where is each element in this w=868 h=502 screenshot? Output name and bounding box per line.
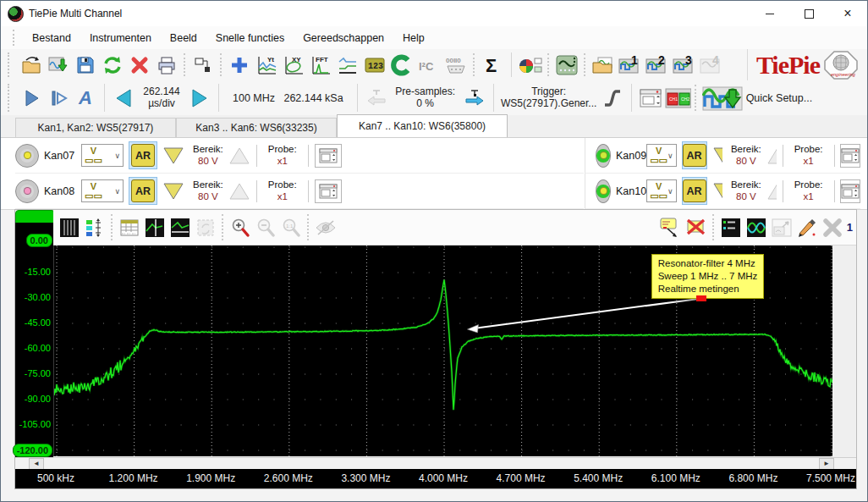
close-graph-button-disabled[interactable] — [820, 215, 845, 240]
minimize-button[interactable] — [750, 1, 789, 26]
toolbar-grip[interactable] — [8, 84, 13, 112]
delete-button[interactable] — [126, 52, 153, 78]
menu-bestand[interactable]: Bestand — [23, 26, 80, 49]
start-measurement-button[interactable] — [18, 86, 45, 111]
tab-kan3-kan6[interactable]: Kan3 .. Kan6: WS6(33235) — [176, 118, 337, 137]
zoom-in-button[interactable] — [228, 215, 253, 240]
autorange-button[interactable]: AR — [683, 179, 706, 202]
yt-graph-button[interactable]: Yt — [253, 52, 280, 78]
object-tree-button[interactable] — [190, 52, 217, 78]
refresh-button[interactable] — [99, 52, 126, 78]
range-down-button[interactable] — [162, 182, 184, 201]
open-file-button[interactable] — [18, 52, 45, 78]
timebase-slower-button[interactable] — [110, 86, 137, 111]
print-button[interactable] — [153, 52, 180, 78]
coupling-select[interactable]: V▭▭∨ — [81, 144, 124, 167]
range-up-button-disabled[interactable] — [228, 182, 250, 201]
i2c-button[interactable]: I²C — [415, 52, 442, 78]
channel-enable-button[interactable]: CH1CH2 — [664, 86, 691, 111]
pen-tool-button[interactable] — [794, 215, 820, 240]
y-axis-column[interactable]: 0.00-15.00-30.00-45.00-60.00-75.00-90.00… — [15, 223, 53, 457]
toolbar-grip[interactable] — [13, 30, 18, 46]
fft-graph-button[interactable]: FFT — [307, 52, 334, 78]
range-down-button[interactable] — [162, 146, 184, 165]
autosetup-button[interactable]: A — [72, 86, 99, 111]
menu-snelle-functies[interactable]: Snelle functies — [206, 26, 294, 49]
x-axis-bar[interactable]: 500 kHz1.200 MHz1.900 MHz2.600 MHz3.300 … — [15, 469, 856, 488]
preset-1-button[interactable]: 1 — [617, 52, 644, 78]
trigger-slope-button[interactable] — [599, 86, 626, 111]
zoom-reset-button-disabled[interactable]: 1:1 — [278, 215, 304, 240]
oneshot-button[interactable] — [45, 86, 72, 111]
meter-button[interactable]: 123 — [361, 52, 388, 78]
zoom-selection-button-disabled[interactable] — [193, 215, 218, 240]
add-instrument-button[interactable] — [226, 52, 253, 78]
tab-kan7-kan10[interactable]: Kan7 .. Kan10: WS6(35800) — [337, 114, 508, 137]
menu-gereedschappen[interactable]: Gereedschappen — [294, 26, 393, 49]
quick-setup-button[interactable] — [700, 86, 744, 111]
range-up-button-disabled[interactable] — [766, 146, 777, 165]
bnc-connector-icon[interactable] — [15, 144, 39, 168]
save-button[interactable] — [72, 52, 99, 78]
grid-toggle-button[interactable] — [57, 215, 82, 240]
scroll-left-button[interactable]: ◄ — [29, 458, 44, 470]
menu-help[interactable]: Help — [393, 26, 434, 49]
comment-anchor-handle[interactable] — [696, 295, 706, 301]
channel-settings-button[interactable] — [315, 144, 342, 168]
sum-button[interactable]: Σ — [479, 52, 506, 78]
menu-beeld[interactable]: Beeld — [161, 26, 206, 49]
channel-settings-button[interactable] — [315, 179, 342, 203]
maximize-button[interactable] — [789, 1, 828, 26]
bnc-connector-icon[interactable] — [15, 179, 39, 203]
trace-style-button[interactable] — [744, 215, 769, 240]
cursor-horizontal-button[interactable] — [168, 215, 193, 240]
tab-kan1-kan2[interactable]: Kan1, Kan2: WS5(27917) — [15, 118, 176, 137]
graph-panel-button[interactable] — [553, 52, 580, 78]
preset-3-button[interactable]: 3 — [671, 52, 698, 78]
signal-view-button[interactable] — [334, 52, 361, 78]
presamples-decrease-button[interactable] — [363, 86, 390, 111]
delete-comment-button[interactable] — [684, 215, 709, 240]
value-table-button[interactable] — [117, 215, 142, 240]
autorange-button[interactable]: AR — [131, 144, 155, 167]
import-measurement-button[interactable] — [45, 52, 72, 78]
add-comment-button[interactable] — [658, 215, 684, 240]
channel-settings-button[interactable] — [840, 144, 860, 168]
quick-setup-label[interactable]: Quick Setup... — [744, 92, 821, 104]
range-down-button[interactable] — [712, 182, 722, 201]
crest-button[interactable] — [388, 52, 415, 78]
toolbar-grip[interactable] — [8, 52, 13, 77]
scroll-right-button[interactable]: ► — [819, 458, 834, 470]
presamples-increase-button[interactable] — [461, 86, 488, 111]
visibility-button-disabled[interactable] — [313, 215, 338, 240]
autorange-button[interactable]: AR — [683, 144, 706, 167]
trigger-display[interactable]: Trigger: WS5(27917).Gener... — [499, 86, 599, 110]
color-settings-button[interactable] — [517, 52, 544, 78]
preset-4-button-disabled[interactable]: 4 — [698, 52, 725, 78]
serial-button[interactable]: 00II0 — [442, 52, 470, 78]
axes-setup-button[interactable] — [82, 215, 107, 240]
horizontal-scrollbar[interactable]: ◄ ► — [15, 457, 856, 469]
comment-tooltip[interactable]: Resonator-filter 4 MHz Sweep 1 MHz .. 7 … — [651, 254, 765, 299]
open-setfile-button[interactable] — [590, 52, 617, 78]
range-down-button[interactable] — [712, 146, 722, 165]
coupling-select[interactable]: V▭▭∨ — [646, 144, 676, 167]
trigger-settings-button[interactable] — [637, 86, 664, 111]
export-graph-button-disabled[interactable] — [769, 215, 794, 240]
range-up-button-disabled[interactable] — [766, 182, 777, 201]
plot-area[interactable]: Resonator-filter 4 MHz Sweep 1 MHz .. 7 … — [53, 245, 832, 456]
zoom-out-button-disabled[interactable] — [253, 215, 278, 240]
bnc-connector-icon[interactable] — [596, 179, 611, 203]
range-up-button-disabled[interactable] — [228, 146, 250, 165]
xy-graph-button[interactable]: XY — [280, 52, 307, 78]
autorange-button[interactable]: AR — [131, 179, 155, 202]
preset-2-button[interactable]: 2 — [644, 52, 671, 78]
bnc-connector-icon[interactable] — [596, 144, 611, 168]
menu-instrumenten[interactable]: Instrumenten — [80, 26, 161, 49]
channel-settings-button[interactable] — [840, 179, 860, 203]
samplerate-recordlength[interactable]: 100 MHz 262.144 kSa — [224, 92, 352, 104]
legend-toggle-button[interactable] — [718, 215, 744, 240]
coupling-select[interactable]: V▭▭∨ — [81, 179, 124, 202]
timebase-faster-button[interactable] — [186, 86, 213, 111]
close-button[interactable]: × — [828, 1, 867, 26]
